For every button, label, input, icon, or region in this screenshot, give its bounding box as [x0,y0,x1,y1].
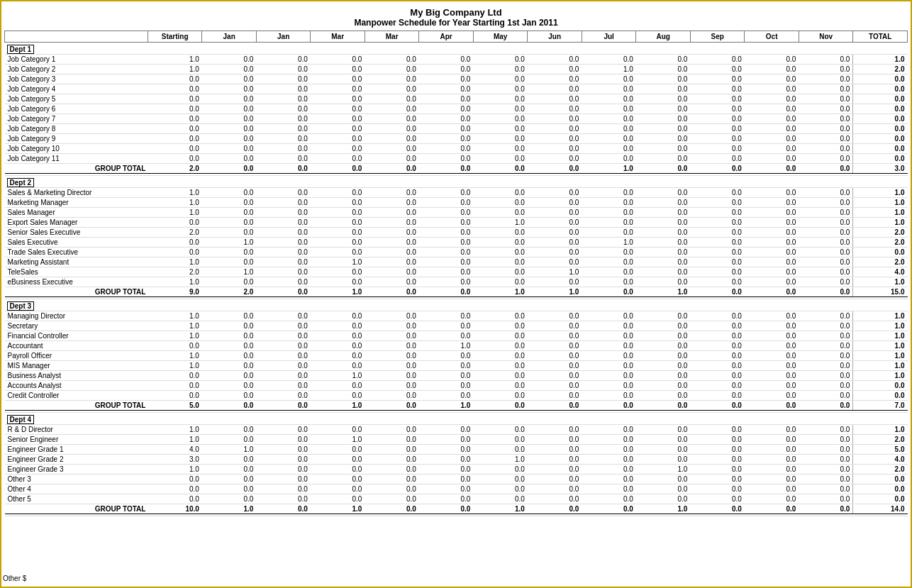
data-cell: 0.0 [202,371,257,381]
data-cell: 0.0 [419,371,474,381]
data-cell: 0.0 [745,475,799,484]
data-cell: 0.0 [256,55,311,65]
data-cell: 0.0 [690,84,745,94]
data-cell: 0.0 [582,154,636,164]
data-cell: 0.0 [528,425,582,435]
data-cell: 0.0 [419,267,474,277]
data-cell: 0.0 [799,94,853,104]
dept-header-row: Dept 4 [5,413,908,425]
data-cell: 0.0 [365,257,419,267]
data-cell: 0.0 [148,238,202,248]
data-cell: 1.0 [853,188,908,198]
group-total-cell: 1.0 [311,504,365,514]
data-cell: 2.0 [853,435,908,445]
data-cell: 0.0 [690,484,745,494]
group-total-cell: 0.0 [690,287,745,297]
data-cell: 0.0 [528,74,582,84]
data-cell: 0.0 [528,84,582,94]
table-row: Engineer Grade 14.01.00.00.00.00.00.00.0… [5,445,908,455]
table-row: Marketing Assistant1.00.00.01.00.00.00.0… [5,257,908,267]
data-cell: 0.0 [365,445,419,455]
data-cell: 0.0 [473,351,528,361]
data-cell: 0.0 [690,198,745,208]
group-total-cell: 0.0 [419,504,474,514]
table-row: Other 40.00.00.00.00.00.00.00.00.00.00.0… [5,484,908,494]
data-cell: 0.0 [582,248,636,257]
data-cell: 0.0 [745,371,799,381]
data-cell: 0.0 [582,198,636,208]
data-cell: 0.0 [528,391,582,401]
row-label: Job Category 5 [5,94,148,104]
group-total-cell: 1.0 [636,504,691,514]
data-cell: 0.0 [419,381,474,391]
table-row: Job Category 50.00.00.00.00.00.00.00.00.… [5,94,908,104]
data-cell: 0.0 [745,124,799,134]
data-cell: 0.0 [636,198,691,208]
data-cell: 0.0 [853,134,908,144]
data-cell: 0.0 [690,341,745,351]
data-cell: 0.0 [582,74,636,84]
data-cell: 0.0 [473,381,528,391]
data-cell: 0.0 [745,341,799,351]
group-total-cell: 0.0 [419,287,474,297]
data-cell: 0.0 [202,277,257,287]
data-cell: 0.0 [311,475,365,484]
data-cell: 0.0 [745,445,799,455]
data-cell: 0.0 [256,114,311,124]
data-cell: 0.0 [528,381,582,391]
data-cell: 1.0 [853,198,908,208]
row-label: Marketing Assistant [5,257,148,267]
row-label: Secretary [5,321,148,331]
data-cell: 0.0 [745,74,799,84]
data-cell: 0.0 [256,391,311,401]
data-cell: 0.0 [528,238,582,248]
dept-name-cell: Dept 4 [5,413,148,425]
data-cell: 0.0 [202,321,257,331]
other-label-bottom: Other $ [3,575,26,582]
group-total-cell: 0.0 [745,504,799,514]
data-cell: 0.0 [582,188,636,198]
group-total-cell: 1.0 [202,504,257,514]
data-cell: 0.0 [256,455,311,465]
data-cell: 0.0 [690,455,745,465]
data-cell: 0.0 [528,154,582,164]
data-cell: 0.0 [148,114,202,124]
data-cell: 0.0 [419,475,474,484]
row-label: Job Category 9 [5,134,148,144]
data-cell: 2.0 [148,267,202,277]
data-cell: 0.0 [256,351,311,361]
data-cell: 0.0 [148,475,202,484]
data-cell: 0.0 [799,311,853,321]
table-row: Job Category 110.00.00.00.00.00.00.00.00… [5,154,908,164]
data-cell: 0.0 [419,391,474,401]
data-cell: 0.0 [636,104,691,114]
data-cell: 0.0 [473,371,528,381]
data-cell: 0.0 [419,351,474,361]
col-nov: Nov [799,31,853,43]
data-cell: 0.0 [202,455,257,465]
table-row: Accountant0.00.00.00.00.01.00.00.00.00.0… [5,341,908,351]
data-cell: 0.0 [528,144,582,154]
data-cell: 0.0 [690,277,745,287]
data-cell: 5.0 [853,445,908,455]
data-cell: 0.0 [365,371,419,381]
group-total-cell: 0.0 [636,401,691,411]
data-cell: 0.0 [311,144,365,154]
row-label: Job Category 1 [5,55,148,65]
table-row: TeleSales2.01.00.00.00.00.00.01.00.00.00… [5,267,908,277]
group-total-row: GROUP TOTAL2.00.00.00.00.00.00.00.01.00.… [5,164,908,174]
data-cell: 0.0 [202,311,257,321]
group-total-cell: 3.0 [853,164,908,174]
row-label: Trade Sales Executive [5,248,148,257]
data-cell: 0.0 [636,435,691,445]
data-cell: 2.0 [853,238,908,248]
data-cell: 0.0 [745,198,799,208]
data-cell: 0.0 [799,144,853,154]
data-cell: 0.0 [745,238,799,248]
dept-header-row: Dept 2 [5,176,908,188]
row-label: Other 3 [5,475,148,484]
data-cell: 0.0 [256,134,311,144]
data-cell: 1.0 [202,238,257,248]
data-cell: 0.0 [690,257,745,267]
group-total-cell: 2.0 [148,164,202,174]
